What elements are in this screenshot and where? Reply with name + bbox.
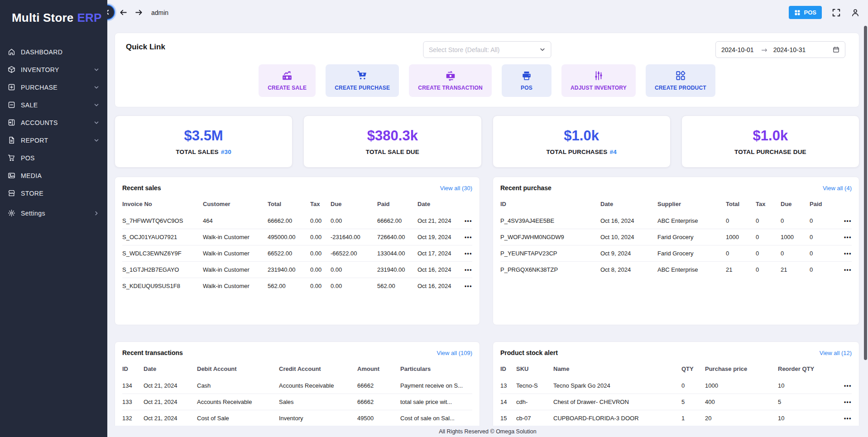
table-cell: Cost of sale on Sal... bbox=[400, 415, 472, 422]
sidebar-item-accounts[interactable]: ACCOUNTS bbox=[0, 114, 107, 131]
sidebar-item-purchase[interactable]: PURCHASE bbox=[0, 78, 107, 96]
table-row: P_4SV39AJ4EE5BEOct 16, 2024ABC Enterpris… bbox=[500, 213, 852, 229]
fullscreen-icon[interactable] bbox=[832, 8, 841, 17]
row-actions-button[interactable]: ••• bbox=[459, 267, 472, 273]
sidebar-item-settings[interactable]: Settings bbox=[0, 204, 107, 222]
view-all-link[interactable]: View all (12) bbox=[820, 350, 852, 356]
create-sale-icon bbox=[282, 70, 293, 81]
breadcrumb-username: admin bbox=[151, 9, 168, 16]
row-actions-button[interactable]: ••• bbox=[838, 415, 852, 422]
row-actions-button[interactable]: ••• bbox=[459, 218, 472, 224]
table-cell: 0 bbox=[810, 217, 838, 224]
table-cell: 21 bbox=[781, 266, 810, 273]
table-header-bar: Recent purchaseView all (4) bbox=[500, 182, 852, 193]
table-header-bar: Product stock alertView all (12) bbox=[500, 347, 852, 358]
sidebar-item-report[interactable]: REPORT bbox=[0, 131, 107, 149]
table-cell: 0 bbox=[681, 382, 705, 389]
table-cell: S_KDEUQU9SUS1F8 bbox=[122, 283, 203, 289]
tables-row-2: Recent transactionsView all (109)IDDateD… bbox=[115, 341, 859, 426]
column-header: Reorder QTY bbox=[778, 365, 838, 372]
table-title: Recent transactions bbox=[122, 349, 183, 356]
table-cell: S_7HFWWTQ6VC9OS bbox=[122, 217, 203, 224]
sidebar-item-label: SALE bbox=[21, 101, 38, 109]
column-header: Tax bbox=[756, 201, 781, 207]
nav-back-button[interactable] bbox=[119, 8, 128, 17]
stat-value: $1.0k bbox=[753, 128, 788, 144]
quick-action-create-transaction[interactable]: CREATE TRANSACTION bbox=[409, 64, 492, 97]
table-row: 134Oct 21, 2024CashAccounts Receivable66… bbox=[122, 378, 472, 394]
stat-count-link[interactable]: #4 bbox=[609, 149, 616, 155]
quick-action-create-product[interactable]: CREATE PRODUCT bbox=[646, 64, 715, 97]
table-cell: 10 bbox=[778, 415, 838, 422]
stat-count-link[interactable]: #30 bbox=[221, 149, 231, 155]
column-header: Total bbox=[268, 201, 310, 207]
table-cell: 0.00 bbox=[331, 283, 377, 289]
row-actions-button[interactable]: ••• bbox=[838, 267, 852, 273]
table-cell: 495000.00 bbox=[268, 234, 310, 240]
sidebar-item-dashboard[interactable]: DASHBOARD bbox=[0, 43, 107, 61]
table-cell: Oct 21, 2024 bbox=[144, 399, 197, 405]
quick-action-pos[interactable]: POS bbox=[502, 64, 551, 97]
sidebar-item-store[interactable]: STORE bbox=[0, 184, 107, 202]
sidebar-item-inventory[interactable]: INVENTORY bbox=[0, 61, 107, 78]
brand-accent: ERP bbox=[77, 11, 102, 24]
date-to-value[interactable]: 2024-10-31 bbox=[773, 46, 806, 53]
view-all-link[interactable]: View all (30) bbox=[440, 185, 472, 192]
row-actions-button[interactable]: ••• bbox=[838, 250, 852, 257]
create-purchase-icon bbox=[357, 70, 368, 81]
quick-action-adjust-inventory[interactable]: ADJUST INVENTORY bbox=[561, 64, 636, 97]
table-cell: Payment receive on S... bbox=[400, 382, 472, 389]
row-actions-button[interactable]: ••• bbox=[838, 234, 852, 240]
sidebar-item-label: STORE bbox=[21, 190, 43, 197]
sidebar-item-media[interactable]: MEDIA bbox=[0, 167, 107, 184]
date-from-value[interactable]: 2024-10-01 bbox=[721, 46, 754, 53]
table-cell: Oct 21, 2024 bbox=[144, 415, 197, 422]
column-header: Date bbox=[417, 201, 459, 207]
topbar-actions: POS bbox=[789, 6, 868, 19]
table-cell: 0.00 bbox=[310, 283, 331, 289]
row-actions-button[interactable]: ••• bbox=[838, 218, 852, 224]
stat-card-0: $3.5MTOTAL SALES#30 bbox=[115, 115, 293, 168]
view-all-link[interactable]: View all (109) bbox=[436, 350, 472, 356]
nav-forward-button[interactable] bbox=[134, 8, 143, 17]
chevron-down-icon bbox=[94, 120, 99, 125]
table-cell: P_4SV39AJ4EE5BE bbox=[500, 217, 600, 224]
sidebar-item-pos[interactable]: POS bbox=[0, 149, 107, 167]
table-cell: 20 bbox=[705, 415, 778, 422]
pos-shortcut-button[interactable]: POS bbox=[789, 6, 822, 19]
app-logo[interactable]: Multi StoreERP bbox=[0, 0, 107, 25]
row-actions-button[interactable]: ••• bbox=[459, 250, 472, 257]
view-all-link[interactable]: View all (4) bbox=[823, 185, 852, 192]
table-cell: 66662.00 bbox=[377, 217, 417, 224]
store-select[interactable]: Select Store (Default: All) bbox=[423, 41, 551, 58]
column-header: ID bbox=[500, 201, 600, 207]
quick-action-create-sale[interactable]: CREATE SALE bbox=[259, 64, 316, 97]
sidebar-item-sale[interactable]: SALE bbox=[0, 96, 107, 114]
table-cell: Sales bbox=[279, 399, 357, 405]
row-actions-button[interactable]: ••• bbox=[459, 283, 472, 289]
row-actions-button[interactable]: ••• bbox=[838, 399, 852, 405]
scrollbar-thumb[interactable] bbox=[864, 26, 867, 360]
table-cell: 0 bbox=[756, 266, 781, 273]
row-actions-button[interactable]: ••• bbox=[459, 234, 472, 240]
adjust-inventory-icon bbox=[593, 70, 604, 81]
table-header-bar: Recent transactionsView all (109) bbox=[122, 347, 472, 358]
quick-action-create-purchase[interactable]: CREATE PURCHASE bbox=[326, 64, 399, 97]
sidebar-item-label: INVENTORY bbox=[21, 66, 59, 73]
stat-label: TOTAL SALE DUE bbox=[366, 149, 419, 155]
table-cell: Tecno Spark Go 2024 bbox=[553, 382, 681, 389]
table-row: S_1GTJH2B7EGAYOWalk-in Customer231940.00… bbox=[122, 261, 472, 278]
row-actions-button[interactable]: ••• bbox=[838, 383, 852, 389]
date-range-picker[interactable]: 2024-10-01 2024-10-31 bbox=[715, 41, 845, 58]
table-row: S_KDEUQU9SUS1F8Walk-in Customer562.000.0… bbox=[122, 278, 472, 294]
table-cell: P_WOFJWHM0NGDW9 bbox=[500, 234, 600, 240]
quick-link-header: Quick Link Select Store (Default: All) 2… bbox=[126, 41, 848, 58]
table-row: 132Oct 21, 2024Cost of SaleInventory4950… bbox=[122, 410, 472, 426]
table-row: S_OCJ01YAUO7921Walk-in Customer495000.00… bbox=[122, 229, 472, 245]
column-header: Date bbox=[144, 365, 197, 372]
table-cell: Oct 9, 2024 bbox=[600, 250, 657, 257]
table-cell: 1 bbox=[681, 415, 705, 422]
table-cell: Inventory bbox=[279, 415, 357, 422]
user-icon[interactable] bbox=[851, 8, 860, 17]
table-cell: 134 bbox=[122, 382, 144, 389]
